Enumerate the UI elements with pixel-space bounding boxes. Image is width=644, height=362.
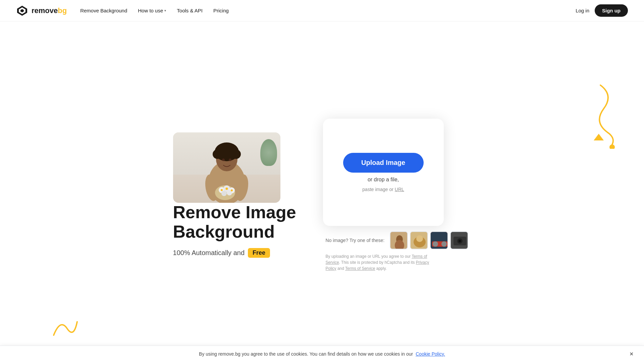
svg-rect-32 — [431, 232, 448, 249]
svg-point-24 — [222, 159, 225, 161]
logo-text-remove: remove — [32, 6, 58, 15]
logo-text: removebg — [32, 6, 67, 15]
hcaptcha-terms-link[interactable]: Terms of Service — [345, 266, 375, 271]
samples-row: No image? Try one of these: — [323, 231, 471, 249]
svg-marker-4 — [594, 134, 604, 140]
svg-point-3 — [609, 144, 615, 149]
svg-point-12 — [222, 143, 231, 153]
samples-label: No image? Try one of these: — [326, 238, 385, 243]
paste-text: paste image or URL — [362, 187, 404, 192]
svg-point-21 — [221, 189, 223, 191]
how-to-label: How to use — [138, 8, 163, 13]
terms-link[interactable]: Terms of Service — [326, 254, 427, 265]
thumb-1-icon — [390, 232, 408, 249]
nav-item-remove-bg[interactable]: Remove Background — [80, 8, 127, 14]
upload-section: Upload Image or drop a file, paste image… — [343, 153, 424, 192]
cookie-close-button[interactable]: × — [630, 351, 633, 358]
nav-link-pricing[interactable]: Pricing — [213, 8, 229, 13]
cookie-text: By using remove.bg you agree to the use … — [199, 351, 413, 357]
hero-section: Remove Image Background 100% Automatical… — [0, 21, 644, 362]
svg-point-19 — [221, 191, 227, 196]
login-button[interactable]: Log in — [576, 8, 589, 13]
nav-links: Remove Background How to use ▾ Tools & A… — [80, 8, 229, 14]
sample-thumb-3[interactable] — [430, 231, 448, 249]
sample-thumbs — [390, 231, 468, 249]
svg-point-23 — [231, 189, 233, 191]
nav-left: removebg Remove Background How to use ▾ … — [16, 5, 229, 17]
person-silhouette — [190, 136, 264, 203]
nav-item-tools-api[interactable]: Tools & API — [177, 8, 203, 14]
cookie-banner: By using remove.bg you agree to the use … — [0, 346, 644, 362]
deco-squiggle-bottom-left — [47, 312, 80, 342]
thumb-4-icon — [451, 232, 468, 249]
hero-title-line1: Remove Image — [173, 202, 296, 222]
sample-thumb-1[interactable] — [390, 231, 408, 249]
upload-card: Upload Image or drop a file, paste image… — [323, 119, 444, 226]
nav-right: Log in Sign up — [576, 4, 628, 17]
svg-point-35 — [441, 241, 447, 247]
no-image-text: No image? — [326, 238, 348, 243]
free-badge: Free — [248, 248, 270, 258]
signup-button[interactable]: Sign up — [595, 4, 628, 17]
drop-text: or drop a file, — [368, 177, 399, 183]
thumb-3-icon — [431, 232, 448, 249]
nav-item-pricing[interactable]: Pricing — [213, 8, 229, 14]
hero-left: Remove Image Background 100% Automatical… — [173, 132, 296, 257]
nav-link-how-to-use[interactable]: How to use ▾ — [138, 8, 166, 13]
legal-text: By uploading an image or URL you agree t… — [323, 253, 437, 272]
svg-point-22 — [225, 188, 228, 190]
svg-point-25 — [229, 159, 231, 161]
hero-title: Remove Image Background — [173, 203, 296, 241]
sample-thumb-4[interactable] — [450, 231, 468, 249]
chevron-down-icon: ▾ — [164, 9, 166, 12]
hero-subtitle-text: 100% Automatically and — [173, 249, 245, 257]
nav-item-how-to-use[interactable]: How to use ▾ — [138, 8, 166, 13]
hero-subtitle: 100% Automatically and Free — [173, 248, 296, 258]
try-these-text: Try one of these: — [350, 238, 385, 243]
cookie-policy-link[interactable]: Cookie Policy. — [416, 351, 445, 357]
navbar: removebg Remove Background How to use ▾ … — [0, 0, 644, 21]
logo-text-bg: bg — [58, 6, 67, 15]
url-link[interactable]: URL — [395, 187, 404, 192]
nav-link-tools-api[interactable]: Tools & API — [177, 8, 203, 13]
hero-photo — [173, 132, 280, 203]
privacy-link[interactable]: Privacy Policy — [326, 260, 429, 271]
logo[interactable]: removebg — [16, 5, 67, 17]
thumb-2-icon — [411, 232, 428, 249]
sample-thumb-2[interactable] — [410, 231, 428, 249]
svg-point-31 — [416, 235, 423, 242]
deco-squiggle-top-right — [574, 82, 624, 149]
upload-image-button[interactable]: Upload Image — [343, 153, 424, 173]
logo-icon — [16, 5, 28, 17]
svg-point-39 — [459, 240, 461, 242]
hero-title-line2: Background — [173, 222, 275, 241]
nav-link-remove-bg[interactable]: Remove Background — [80, 8, 127, 13]
svg-point-34 — [433, 241, 438, 247]
hero-right: Upload Image or drop a file, paste image… — [323, 119, 471, 272]
